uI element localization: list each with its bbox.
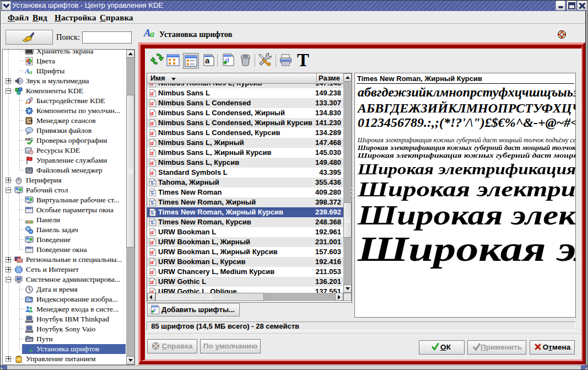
svg-text:a: a: [205, 56, 210, 65]
